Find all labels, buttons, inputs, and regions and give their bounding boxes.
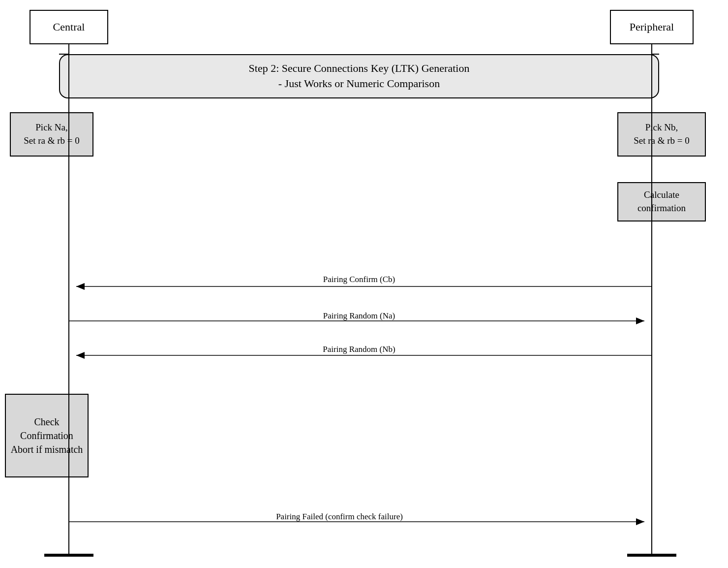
diagram-container: Central Peripheral Step 2: Secure Connec… — [0, 0, 728, 568]
pick-na-label: Pick Na,Set ra & rb = 0 — [24, 121, 80, 147]
calc-confirm-label: Calculateconfirmation — [637, 189, 686, 215]
svg-marker-9 — [636, 317, 644, 324]
check-confirm-label: Check Confirmation Abort if mismatch — [9, 415, 85, 456]
peripheral-box: Peripheral — [610, 10, 694, 44]
central-box: Central — [30, 10, 108, 44]
pairing-confirm-label: Pairing Confirm (Cb) — [197, 275, 521, 284]
pairing-failed-label: Pairing Failed (confirm check failure) — [148, 512, 531, 522]
peripheral-label: Peripheral — [630, 21, 674, 33]
svg-marker-7 — [76, 283, 85, 290]
step2-label: Step 2: Secure Connections Key (LTK) Gen… — [249, 61, 470, 92]
step2-box: Step 2: Secure Connections Key (LTK) Gen… — [59, 54, 659, 98]
svg-marker-13 — [636, 518, 644, 525]
calc-confirm-box: Calculateconfirmation — [617, 182, 706, 221]
central-label: Central — [53, 21, 85, 33]
check-confirm-box: Check Confirmation Abort if mismatch — [5, 394, 89, 477]
pairing-random-na-label: Pairing Random (Na) — [197, 311, 521, 321]
pairing-random-nb-label: Pairing Random (Nb) — [197, 345, 521, 354]
svg-marker-11 — [76, 352, 85, 359]
pick-nb-box: Pick Nb,Set ra & rb = 0 — [617, 112, 706, 157]
pick-nb-label: Pick Nb,Set ra & rb = 0 — [634, 121, 690, 147]
pick-na-box: Pick Na,Set ra & rb = 0 — [10, 112, 93, 157]
